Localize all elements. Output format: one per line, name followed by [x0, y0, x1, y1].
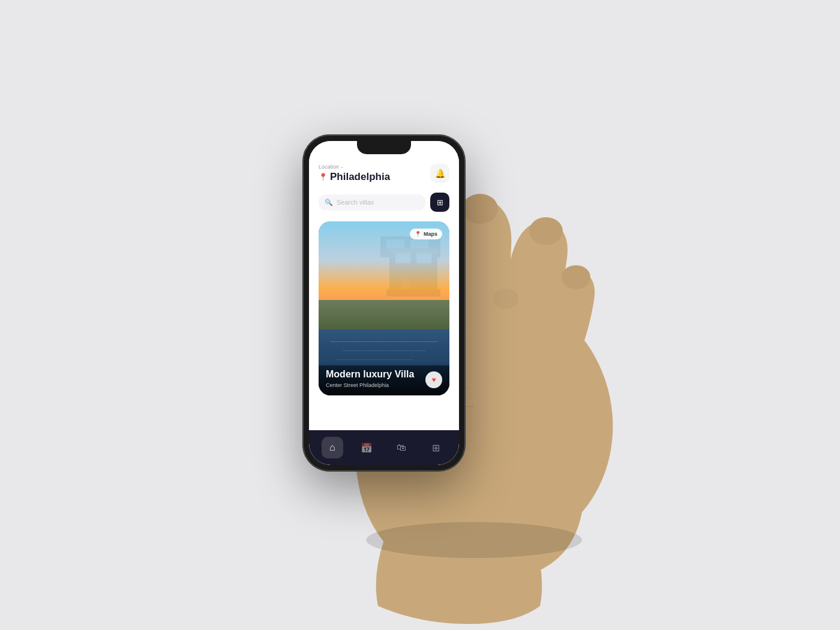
filter-button[interactable]: ⊞	[430, 193, 449, 212]
city-text: Philadelphia	[330, 171, 390, 183]
grid-icon: ⊞	[432, 442, 440, 454]
filter-grid-icon: ⊞	[437, 198, 443, 207]
nav-grid-button[interactable]: ⊞	[425, 437, 446, 458]
calendar-icon: 📅	[361, 442, 373, 454]
svg-point-5	[529, 217, 563, 245]
app-content: Location ⌄ 📍 Philadelphia 🔔	[309, 159, 459, 465]
search-placeholder: Search villas	[337, 199, 374, 206]
chevron-down-icon: ⌄	[340, 164, 344, 169]
bag-icon: 🛍	[397, 442, 406, 453]
maps-label: Maps	[424, 231, 437, 237]
maps-pin-icon: 📍	[415, 231, 421, 237]
villa-title: Modern luxury Villa	[326, 368, 442, 380]
svg-point-11	[366, 522, 582, 558]
location-pin-icon: 📍	[319, 173, 328, 181]
location-label: Location ⌄	[319, 164, 390, 170]
scene: Location ⌄ 📍 Philadelphia 🔔	[0, 0, 840, 630]
svg-point-6	[562, 265, 590, 289]
maps-badge[interactable]: 📍 Maps	[410, 229, 442, 239]
heart-icon: ♥	[431, 376, 436, 384]
nav-bookings-button[interactable]: 🛍	[391, 437, 412, 458]
phone-wrapper: Location ⌄ 📍 Philadelphia 🔔	[303, 135, 465, 471]
svg-point-4	[462, 194, 498, 224]
header: Location ⌄ 📍 Philadelphia 🔔	[309, 159, 459, 188]
phone-frame: Location ⌄ 📍 Philadelphia 🔔	[303, 135, 465, 471]
water-reflection	[319, 329, 449, 365]
bell-icon: 🔔	[435, 169, 445, 178]
card-container: 📍 Maps Modern luxury Villa Center Street…	[309, 217, 459, 430]
search-icon: 🔍	[325, 199, 333, 206]
bottom-navigation: ⌂ 📅 🛍 ⊞	[309, 430, 459, 465]
villa-address: Center Street Philadelphia	[326, 382, 442, 388]
location-section: Location ⌄ 📍 Philadelphia	[319, 164, 390, 183]
phone-notch	[357, 141, 411, 154]
city-name[interactable]: 📍 Philadelphia	[319, 171, 390, 183]
nav-calendar-button[interactable]: 📅	[356, 437, 377, 458]
home-icon: ⌂	[329, 442, 335, 453]
nav-home-button[interactable]: ⌂	[322, 437, 343, 458]
search-container: 🔍 Search villas ⊞	[309, 188, 459, 217]
search-bar[interactable]: 🔍 Search villas	[319, 194, 425, 211]
property-card[interactable]: 📍 Maps Modern luxury Villa Center Street…	[319, 221, 449, 395]
favorite-button[interactable]: ♥	[425, 371, 442, 388]
notification-button[interactable]: 🔔	[430, 164, 449, 183]
phone-screen: Location ⌄ 📍 Philadelphia 🔔	[309, 141, 459, 465]
svg-point-9	[493, 289, 518, 309]
location-text: Location	[319, 164, 339, 170]
